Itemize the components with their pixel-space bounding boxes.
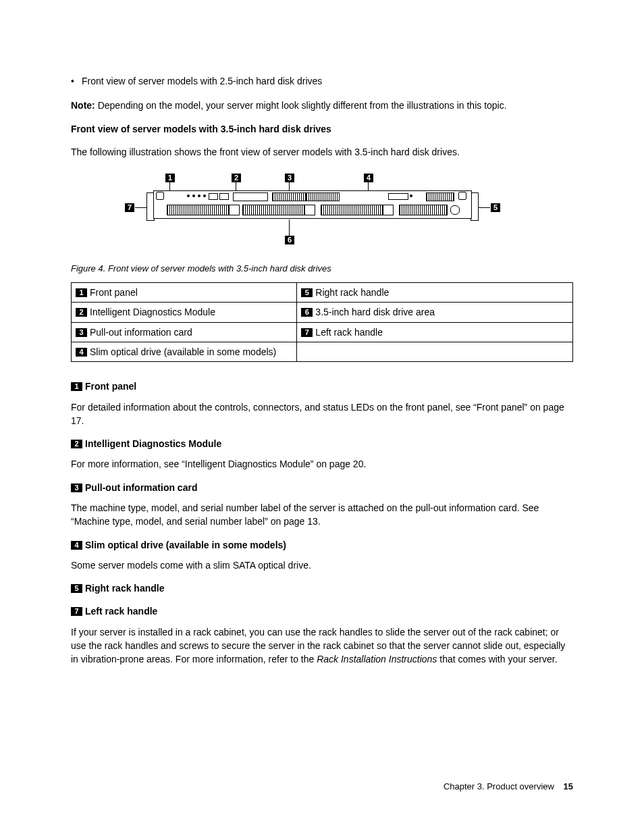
- info-card: [272, 192, 306, 201]
- num-badge: 2: [76, 308, 87, 317]
- table-cell: 63.5-inch hard disk drive area: [297, 303, 573, 322]
- page-footer: Chapter 3. Product overview 15: [444, 781, 573, 793]
- cell-text: Intelligent Diagnostics Module: [90, 307, 215, 317]
- num-badge: 1: [76, 288, 87, 297]
- callout-3: 3: [285, 174, 294, 182]
- drive-bay: [321, 205, 383, 215]
- item-title: Pull-out information card: [85, 482, 197, 493]
- drive-bay: [399, 205, 448, 215]
- item-heading: 3Pull-out information card: [71, 481, 573, 494]
- cell-text: Right rack handle: [315, 287, 389, 298]
- bullet-icon: •: [71, 74, 82, 88]
- num-badge: 7: [301, 328, 313, 337]
- item-body: For detailed information about the contr…: [71, 400, 573, 428]
- info-card: [306, 192, 340, 201]
- bullet-text: Front view of server models with 2.5-inc…: [82, 76, 322, 86]
- lead-paragraph: The following illustration shows the fro…: [71, 145, 573, 159]
- led-area: [156, 192, 164, 200]
- vent: [426, 192, 454, 201]
- num-badge: 5: [301, 288, 313, 297]
- table-row: 2Intelligent Diagnostics Module 63.5-inc…: [72, 303, 573, 322]
- callout-2: 2: [232, 174, 241, 182]
- num-badge: 4: [76, 348, 87, 357]
- drive-bay: [242, 205, 304, 215]
- item-heading: 4Slim optical drive (available in some m…: [71, 538, 573, 552]
- figure-caption: Figure 4. Front view of server models wi…: [71, 263, 573, 276]
- cell-text: Left rack handle: [315, 327, 383, 338]
- callout-6: 6: [285, 236, 294, 244]
- table-cell: 3Pull-out information card: [72, 322, 297, 342]
- note-paragraph: Note: Depending on the model, your serve…: [71, 99, 573, 112]
- item-title: Intelligent Diagnostics Module: [85, 438, 221, 449]
- item-body: If your server is installed in a rack ca…: [71, 625, 573, 667]
- table-cell: [297, 342, 573, 361]
- figure: 1 2 3 4 7 5 6: [71, 174, 573, 255]
- num-badge: 3: [76, 328, 87, 337]
- bullet-item: •Front view of server models with 2.5-in…: [71, 74, 573, 88]
- leader: [135, 207, 146, 208]
- server-diagram: 1 2 3 4 7 5 6: [140, 174, 504, 255]
- note-text: Depending on the model, your server migh…: [98, 100, 507, 111]
- body-italic: Rack Installation Instructions: [317, 654, 437, 664]
- callout-1: 1: [165, 174, 175, 182]
- footer-chapter: Chapter 3. Product overview: [444, 781, 554, 791]
- cell-text: Front panel: [90, 287, 138, 298]
- item-heading: 5Right rack handle: [71, 581, 573, 595]
- table-cell: 7Left rack handle: [297, 322, 573, 342]
- item-body: For more information, see “Intelligent D…: [71, 457, 573, 471]
- table-row: 3Pull-out information card 7Left rack ha…: [72, 322, 573, 342]
- num-badge: 6: [301, 308, 313, 317]
- table-row: 4Slim optical drive (available in some m…: [72, 342, 573, 361]
- item-title: Front panel: [85, 381, 136, 392]
- item-title: Slim optical drive (available in some mo…: [85, 540, 286, 550]
- diag-module: [233, 192, 268, 201]
- item-heading: 2Intelligent Diagnostics Module: [71, 437, 573, 450]
- drive-latch: [229, 205, 240, 215]
- leader: [289, 219, 290, 236]
- callout-4: 4: [364, 174, 373, 182]
- num-badge: 2: [71, 440, 82, 448]
- table-cell: 1Front panel: [72, 283, 297, 303]
- page: •Front view of server models with 2.5-in…: [0, 0, 644, 834]
- table-cell: 5Right rack handle: [297, 283, 573, 303]
- callout-5: 5: [491, 203, 500, 212]
- callout-table: 1Front panel 5Right rack handle 2Intelli…: [71, 282, 573, 362]
- port: [209, 193, 218, 200]
- drive-bay: [167, 205, 229, 215]
- item-heading: 1Front panel: [71, 380, 573, 393]
- item-heading: 7Left rack handle: [71, 604, 573, 618]
- footer-page-number: 15: [564, 781, 573, 791]
- port: [219, 193, 229, 200]
- item-title: Left rack handle: [85, 606, 157, 617]
- body-part: that comes with your server.: [437, 654, 557, 664]
- callout-7: 7: [125, 203, 134, 212]
- optical-drive: [388, 193, 408, 200]
- item-title: Right rack handle: [85, 583, 164, 594]
- item-body: The machine type, model, and serial numb…: [71, 501, 573, 529]
- drive-latch: [304, 205, 315, 215]
- drive-latch: [383, 205, 394, 215]
- num-badge: 1: [71, 382, 82, 391]
- table-row: 1Front panel 5Right rack handle: [72, 283, 573, 303]
- led-area: [458, 192, 466, 200]
- cell-text: 3.5-inch hard disk drive area: [315, 307, 435, 317]
- cell-text: Slim optical drive (available in some mo…: [90, 346, 276, 357]
- num-badge: 5: [71, 584, 82, 593]
- drive-latch: [450, 205, 460, 215]
- num-badge: 3: [71, 484, 82, 492]
- cell-text: Pull-out information card: [90, 327, 192, 338]
- num-badge: 7: [71, 607, 82, 616]
- table-cell: 2Intelligent Diagnostics Module: [72, 303, 297, 322]
- num-badge: 4: [71, 541, 82, 550]
- table-cell: 4Slim optical drive (available in some m…: [72, 342, 297, 361]
- section-heading: Front view of server models with 3.5-inc…: [71, 122, 573, 136]
- item-body: Some server models come with a slim SATA…: [71, 558, 573, 572]
- note-label: Note:: [71, 100, 95, 111]
